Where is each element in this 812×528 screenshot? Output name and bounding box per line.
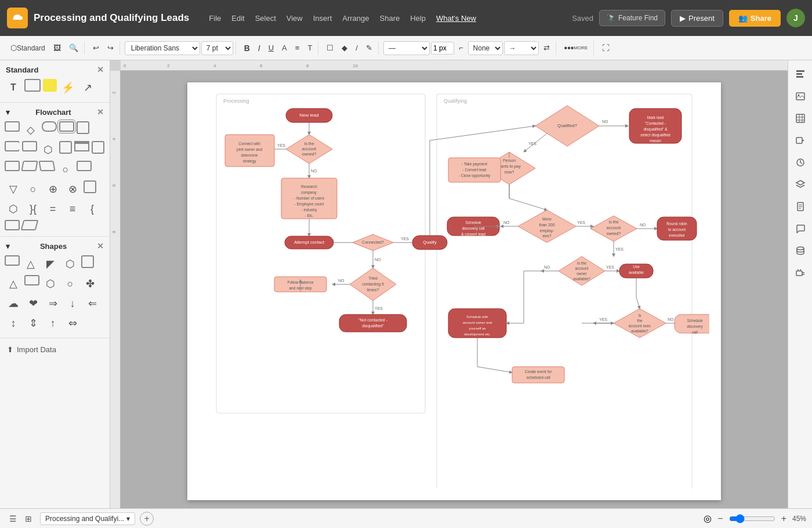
format-panel-icon[interactable] [791, 65, 810, 84]
data-panel-icon[interactable] [791, 241, 810, 260]
sh-rect2[interactable] [24, 275, 39, 285]
fc-diamond[interactable]: ◇ [22, 121, 39, 139]
tab-dropdown-icon[interactable]: ▾ [126, 515, 130, 523]
menu-share[interactable]: Share [375, 12, 405, 25]
menu-arrange[interactable]: Arrange [338, 12, 374, 25]
present-button[interactable]: ▶ Present [671, 10, 723, 27]
lightning-shape[interactable]: ⚡ [59, 79, 77, 96]
format-text-button[interactable]: T [304, 41, 316, 55]
zoom-in-button[interactable]: + [779, 512, 789, 525]
fc-rect[interactable] [5, 121, 20, 132]
grid-view-button[interactable]: ⊞ [21, 512, 35, 526]
fc-square2[interactable] [59, 141, 72, 154]
fc-rrect[interactable] [42, 121, 57, 132]
undo-button[interactable]: ↩ [89, 41, 103, 55]
more-button[interactable]: •••MORE [561, 41, 592, 56]
fc-rect3[interactable] [77, 161, 92, 171]
fc-dblrect[interactable] [59, 121, 74, 132]
zoom-out-button[interactable]: − [715, 512, 725, 525]
sh-rtri[interactable]: ◤ [42, 255, 59, 273]
sh-lrarr[interactable]: ⇕ [24, 314, 42, 332]
sh-hex[interactable]: ⬡ [42, 275, 59, 292]
menu-insert[interactable]: Insert [309, 12, 337, 25]
video-panel-icon[interactable] [791, 131, 810, 150]
standard-close[interactable]: ✕ [97, 65, 104, 74]
fc-plus[interactable]: ⊕ [44, 180, 61, 198]
sh-pent[interactable]: ⬡ [61, 255, 79, 273]
sh-tri2[interactable]: △ [5, 275, 22, 292]
menu-file[interactable]: File [204, 12, 226, 25]
image-panel-icon[interactable] [791, 87, 810, 106]
bold-button[interactable]: B [241, 41, 253, 55]
fc-circle[interactable]: ○ [57, 161, 74, 178]
rect-shape[interactable] [24, 79, 41, 92]
avatar[interactable]: J [786, 9, 805, 27]
image-search-button[interactable]: 🖼 [50, 41, 64, 55]
align-button[interactable]: ≡ [292, 41, 303, 55]
menu-edit[interactable]: Edit [227, 12, 249, 25]
fc-rect4[interactable] [84, 180, 96, 193]
italic-button[interactable]: I [255, 41, 264, 55]
feature-find-button[interactable]: 🔭 Feature Find [599, 10, 665, 26]
comment-panel-icon[interactable] [791, 219, 810, 238]
fc-triangle[interactable]: ▽ [5, 180, 22, 198]
waypoint-button[interactable]: ⌐ [455, 41, 467, 55]
fc-sq3[interactable] [92, 141, 104, 154]
yellow-shape[interactable] [43, 79, 57, 92]
font-size-select[interactable]: 7 pt 8 pt 10 pt 12 pt [201, 41, 233, 55]
sh-dbarr[interactable]: ⇔ [64, 314, 81, 332]
fc-tab[interactable] [74, 141, 89, 151]
stroke-color-button[interactable]: / [352, 41, 361, 55]
arrow-select[interactable]: → [504, 41, 539, 55]
fc-lines[interactable]: ≡ [64, 200, 81, 218]
fc-square[interactable] [77, 121, 89, 134]
shapes-close[interactable]: ✕ [97, 241, 104, 251]
fc-curlybrace[interactable]: { [84, 200, 101, 218]
fc-prlg2[interactable] [38, 161, 55, 171]
canvas-scroll[interactable]: Processing Qualifying New lead Is the ac… [121, 71, 788, 508]
flowchart-close[interactable]: ✕ [97, 107, 104, 117]
sh-cross[interactable]: ✤ [81, 275, 99, 292]
app-logo[interactable] [7, 8, 28, 28]
list-view-button[interactable]: ☰ [6, 512, 20, 526]
sh-sq[interactable] [81, 255, 94, 268]
clock-panel-icon[interactable] [791, 153, 810, 172]
edit-style-button[interactable]: ✎ [362, 41, 376, 55]
line-width-input[interactable] [431, 42, 454, 55]
add-tab-button[interactable]: + [140, 512, 154, 526]
fc-equals[interactable]: = [44, 200, 61, 218]
canvas-area[interactable]: 0 2 4 6 8 10 2 4 6 8 Processin [110, 60, 788, 508]
sh-cloud[interactable]: ☁ [5, 295, 22, 312]
fc-rrect2[interactable] [22, 141, 37, 151]
layers-panel-icon[interactable] [791, 175, 810, 194]
shape-button[interactable]: ☐ [323, 41, 337, 55]
menu-select[interactable]: Select [251, 12, 281, 25]
fill-button[interactable]: ◆ [338, 41, 351, 55]
fc-brace[interactable]: }{ [24, 200, 42, 218]
fullscreen-button[interactable]: ⛶ [599, 41, 613, 55]
font-color-button[interactable]: A [278, 41, 291, 55]
fc-prlg[interactable] [21, 161, 38, 171]
current-tab[interactable]: Processing and Qualifyi... ▾ [40, 512, 135, 525]
file-panel-icon[interactable] [791, 197, 810, 216]
import-data-button[interactable]: ⬆ Import Data [0, 341, 110, 359]
conn-style-select[interactable]: None [468, 41, 503, 55]
flip-button[interactable]: ⇄ [540, 41, 553, 55]
fc-x[interactable]: ⊗ [64, 180, 81, 198]
text-shape[interactable]: T [5, 79, 22, 96]
fc-prlg3[interactable] [21, 220, 39, 230]
sh-uarr[interactable]: ↑ [44, 314, 61, 332]
plugin-panel-icon[interactable] [791, 263, 810, 282]
fc-rect5[interactable] [5, 220, 20, 230]
menu-help[interactable]: Help [405, 12, 430, 25]
search-button[interactable]: 🔍 [66, 41, 82, 55]
line-style-select[interactable]: — [383, 41, 430, 55]
arrow-shape[interactable]: ↗ [79, 79, 96, 96]
table-panel-icon[interactable] [791, 109, 810, 128]
fc-circle2[interactable]: ○ [24, 180, 42, 198]
underline-button[interactable]: U [265, 41, 277, 55]
sh-tri[interactable]: △ [22, 255, 39, 273]
sh-rarr[interactable]: ⇒ [44, 295, 61, 312]
shapes-button[interactable]: ⬡ Standard [7, 41, 49, 55]
sh-circle[interactable]: ○ [61, 275, 79, 292]
